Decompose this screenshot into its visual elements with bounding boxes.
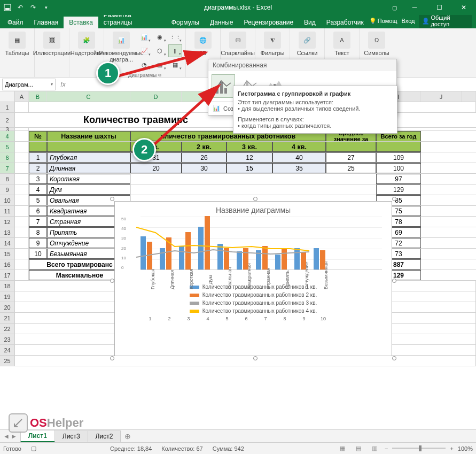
table-cell[interactable]: 100	[376, 163, 421, 173]
zoom-in[interactable]: +	[450, 445, 453, 452]
charts-launcher-icon[interactable]: ⧉	[158, 73, 161, 78]
table-cell[interactable]: 1	[29, 152, 47, 163]
undo-icon[interactable]: ↶	[16, 3, 25, 12]
close-button[interactable]: ✕	[451, 0, 476, 15]
table-cell[interactable]: 3	[29, 174, 47, 184]
status-macro-icon[interactable]: ▢	[31, 445, 36, 452]
col-C[interactable]: C	[47, 91, 130, 102]
scatter-chart-button[interactable]: ⋮⋮▾	[168, 30, 182, 43]
hierarchy-chart-button[interactable]: ◉▾	[153, 30, 167, 43]
combo-chart-button[interactable]: ⫿▾	[168, 44, 182, 57]
signin[interactable]: Вход	[402, 18, 415, 24]
row-4[interactable]: 4	[0, 131, 15, 141]
line-chart-button[interactable]: 📈▾	[137, 44, 151, 57]
col-B[interactable]: B	[29, 91, 47, 102]
stat-chart-button[interactable]: ⬡▾	[153, 44, 167, 57]
row-5[interactable]: 5	[0, 142, 15, 152]
redo-icon[interactable]: ↷	[29, 3, 37, 12]
table-cell[interactable]: 7	[29, 217, 47, 227]
view-page-layout-icon[interactable]: ▤	[353, 444, 364, 453]
illustrations-button[interactable]: 🖼Иллюстрации	[38, 30, 66, 57]
row-25[interactable]: 25	[0, 356, 15, 366]
minimize-button[interactable]: ─	[402, 0, 427, 15]
tables-button[interactable]: ▦Таблицы	[3, 30, 31, 57]
row-21[interactable]: 21	[0, 313, 15, 323]
table-cell[interactable]: Глубокая	[47, 152, 130, 163]
row-10[interactable]: 10	[0, 195, 15, 205]
row-6[interactable]: 6	[0, 152, 15, 163]
row-20[interactable]: 20	[0, 302, 15, 312]
pivot-chart-button[interactable]: ▦▾	[168, 58, 182, 71]
text-button[interactable]: AТекст	[328, 30, 356, 57]
chart-title[interactable]: Название диаграммы	[115, 202, 392, 217]
chart-plot-area[interactable]: 50 40 30 20 10 0 ГлубокаяДлиннаяКороткая…	[115, 217, 392, 281]
table-cell[interactable]: Дум	[47, 184, 130, 195]
worksheet-grid[interactable]: 1 2Количество травмирс 3 4 № Название ша…	[0, 102, 476, 425]
name-box[interactable]: Диаграм...▾	[2, 79, 56, 90]
row-7[interactable]: 7	[0, 163, 15, 173]
row-16[interactable]: 16	[0, 259, 15, 270]
col-D[interactable]: D	[130, 91, 182, 102]
table-cell[interactable]: 2	[29, 163, 47, 173]
row-1[interactable]: 1	[0, 102, 15, 112]
maximize-button[interactable]: ☐	[427, 0, 451, 15]
pie-chart-button[interactable]: ◔▾	[137, 58, 151, 71]
tab-formulas[interactable]: Формулы	[166, 17, 205, 28]
sheet-next-icon[interactable]: ►	[11, 433, 17, 440]
ribbon-options-icon[interactable]: ▢	[386, 0, 402, 15]
row-14[interactable]: 14	[0, 238, 15, 248]
sheet-add-button[interactable]: ⊕	[120, 432, 135, 441]
zoom-level[interactable]: 100%	[458, 445, 473, 452]
table-cell[interactable]: 6	[29, 206, 47, 216]
save-icon[interactable]	[3, 3, 12, 12]
zoom-out[interactable]: −	[385, 445, 388, 452]
table-cell[interactable]: Длинная	[47, 163, 130, 173]
3d-map-button[interactable]: 🌐3D	[189, 30, 217, 57]
row-11[interactable]: 11	[0, 206, 15, 216]
symbols-button[interactable]: ΩСимволы	[363, 30, 391, 57]
col-J[interactable]: J	[421, 91, 462, 102]
filters-button[interactable]: ⧨Фильтры	[259, 30, 286, 57]
tab-file[interactable]: Файл	[2, 17, 29, 28]
tab-home[interactable]: Главная	[29, 17, 64, 28]
tab-insert[interactable]: Вставка	[64, 17, 98, 28]
tab-review[interactable]: Рецензирование	[238, 17, 299, 28]
qat-more-icon[interactable]: ▾	[42, 3, 50, 12]
row-2[interactable]: 2	[0, 113, 15, 127]
tab-view[interactable]: Вид	[299, 17, 321, 28]
table-cell[interactable]: 129	[376, 184, 421, 195]
column-chart-button[interactable]: 📊▾	[137, 30, 151, 43]
row-23[interactable]: 23	[0, 334, 15, 344]
share-button[interactable]: 👤 Общий доступ	[419, 13, 472, 28]
row-12[interactable]: 12	[0, 217, 15, 227]
zoom-slider[interactable]	[392, 448, 446, 449]
table-cell[interactable]: 109	[376, 152, 421, 163]
table-cell[interactable]: 10	[29, 249, 47, 259]
table-cell[interactable]: 9	[29, 238, 47, 248]
row-13[interactable]: 13	[0, 227, 15, 237]
row-8[interactable]: 8	[0, 174, 15, 184]
table-cell[interactable]: 8	[29, 227, 47, 237]
surface-chart-button[interactable]: ▤▾	[153, 58, 167, 71]
table-cell[interactable]: 4	[29, 184, 47, 195]
sheet-tab-2[interactable]: Лист2	[88, 430, 121, 442]
view-normal-icon[interactable]: ▦	[337, 444, 348, 453]
col-A[interactable]: A	[15, 91, 29, 102]
row-3[interactable]: 3	[0, 128, 15, 130]
select-all-corner[interactable]	[0, 91, 15, 102]
view-page-break-icon[interactable]: ▥	[369, 444, 380, 453]
row-22[interactable]: 22	[0, 324, 15, 334]
tab-developer[interactable]: Разработчик	[321, 17, 369, 28]
sheet-prev-icon[interactable]: ◄	[3, 433, 10, 440]
tell-me[interactable]: 💡 Помощ	[369, 18, 397, 25]
row-24[interactable]: 24	[0, 345, 15, 355]
row-19[interactable]: 19	[0, 291, 15, 302]
row-15[interactable]: 15	[0, 249, 15, 259]
row-17[interactable]: 17	[0, 270, 15, 280]
sparklines-button[interactable]: ⛁Спарклайны	[224, 30, 252, 57]
links-button[interactable]: 🔗Ссылки	[293, 30, 321, 57]
row-18[interactable]: 18	[0, 281, 15, 291]
table-cell[interactable]: 97	[376, 174, 421, 184]
table-cell[interactable]: Короткая	[47, 174, 130, 184]
embedded-chart[interactable]: Название диаграммы 50 40 30 20 10 0 Глуб…	[114, 201, 392, 356]
